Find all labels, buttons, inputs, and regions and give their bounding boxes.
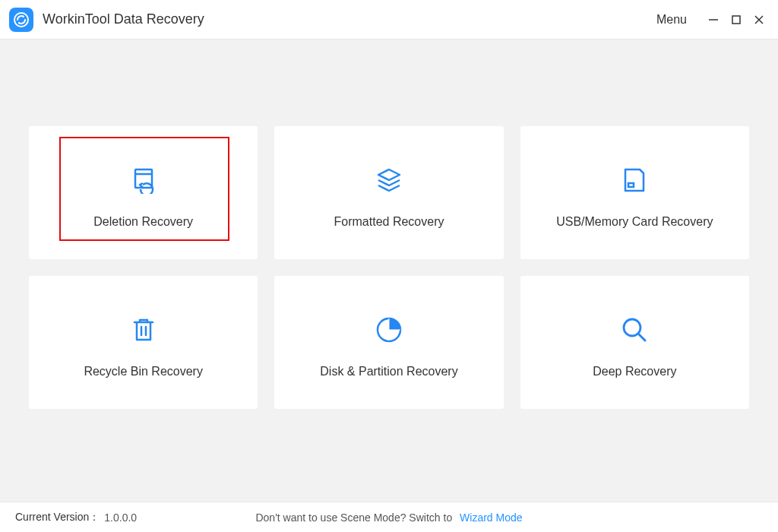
refresh-circle-icon bbox=[13, 11, 30, 28]
version-label: Current Version： bbox=[15, 511, 100, 524]
card-deep-recovery[interactable]: Deep Recovery bbox=[520, 276, 749, 409]
app-title: WorkinTool Data Recovery bbox=[43, 11, 204, 27]
layers-icon bbox=[374, 160, 404, 200]
titlebar: WorkinTool Data Recovery Menu bbox=[0, 0, 778, 40]
magnifier-icon bbox=[620, 310, 649, 350]
card-deletion-recovery[interactable]: Deletion Recovery bbox=[29, 126, 258, 259]
sd-card-icon bbox=[621, 160, 647, 200]
card-recycle-bin-recovery[interactable]: Recycle Bin Recovery bbox=[29, 276, 258, 409]
card-label: Deletion Recovery bbox=[93, 215, 193, 229]
file-undo-icon bbox=[130, 160, 157, 200]
card-disk-partition-recovery[interactable]: Disk & Partition Recovery bbox=[274, 276, 503, 409]
menu-button[interactable]: Menu bbox=[656, 13, 687, 27]
card-label: USB/Memory Card Recovery bbox=[556, 215, 713, 229]
svg-rect-6 bbox=[628, 183, 634, 187]
app-logo bbox=[9, 8, 33, 32]
svg-rect-2 bbox=[732, 16, 740, 24]
card-label: Deep Recovery bbox=[593, 365, 676, 378]
minimize-icon bbox=[708, 14, 719, 25]
card-label: Formatted Recovery bbox=[334, 215, 444, 229]
trash-icon bbox=[130, 310, 157, 350]
svg-line-13 bbox=[639, 334, 645, 340]
footer-bar: Current Version： 1.0.0.0 Don't want to u… bbox=[0, 502, 778, 532]
recovery-mode-grid: Deletion Recovery Formatted Recovery USB… bbox=[29, 126, 749, 409]
window-maximize-button[interactable] bbox=[726, 10, 746, 30]
wizard-mode-link[interactable]: Wizard Mode bbox=[460, 511, 522, 524]
svg-point-0 bbox=[14, 13, 28, 27]
pie-chart-icon bbox=[375, 310, 403, 350]
close-icon bbox=[754, 14, 764, 25]
svg-point-12 bbox=[624, 319, 640, 336]
window-close-button[interactable] bbox=[749, 10, 769, 30]
card-label: Disk & Partition Recovery bbox=[320, 365, 457, 378]
maximize-icon bbox=[731, 14, 742, 25]
card-formatted-recovery[interactable]: Formatted Recovery bbox=[274, 126, 503, 259]
window-minimize-button[interactable] bbox=[704, 10, 723, 30]
switch-mode-text: Don't want to use Scene Mode? Switch to bbox=[255, 511, 452, 524]
card-label: Recycle Bin Recovery bbox=[84, 365, 203, 378]
card-usb-memory-recovery[interactable]: USB/Memory Card Recovery bbox=[520, 126, 749, 259]
version-value: 1.0.0.0 bbox=[104, 511, 137, 524]
